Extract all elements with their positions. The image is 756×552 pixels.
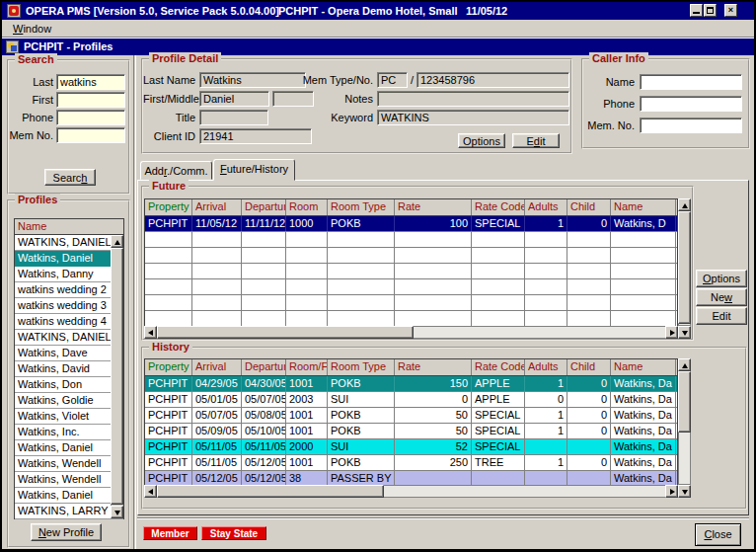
list-item[interactable]: Watkins, Violet: [15, 409, 123, 425]
caller-phone-input[interactable]: [640, 96, 742, 112]
table-row[interactable]: PCHPIT04/29/0504/30/051001POKB150APPLE10…: [145, 376, 677, 392]
column-header[interactable]: Child: [567, 199, 611, 215]
scroll-up-icon[interactable]: [111, 235, 123, 248]
caller-name-input[interactable]: [640, 74, 742, 90]
column-header[interactable]: Departure: [242, 359, 286, 375]
column-header[interactable]: Room/Fol.: [286, 359, 328, 375]
table-row[interactable]: PCHPIT05/11/0505/12/051001POKB250TREE10W…: [145, 455, 677, 471]
search-first-input[interactable]: [56, 92, 125, 108]
scroll-up-icon[interactable]: [678, 358, 691, 371]
table-cell: [395, 248, 472, 263]
scroll-thumb[interactable]: [678, 211, 691, 324]
column-header[interactable]: Rate Code: [472, 359, 525, 375]
list-item[interactable]: Watkins, Inc.: [15, 425, 123, 440]
caller-memno-input[interactable]: [640, 118, 742, 133]
future-vscrollbar[interactable]: [678, 198, 691, 326]
search-button[interactable]: Search: [44, 169, 96, 186]
detail-options-button[interactable]: Options: [458, 133, 505, 148]
tab-addr-comm[interactable]: Addr./Comm.: [140, 161, 212, 180]
table-cell: [145, 248, 192, 263]
column-header[interactable]: Child: [567, 359, 611, 375]
maximize-icon[interactable]: [704, 4, 717, 17]
table-row-empty[interactable]: [145, 311, 677, 327]
list-item[interactable]: Watkins, Daniel: [15, 440, 123, 456]
table-row-empty[interactable]: [145, 264, 677, 279]
detail-edit-button[interactable]: Edit: [512, 133, 560, 148]
column-header[interactable]: Adults: [525, 199, 567, 215]
list-item[interactable]: Watkins, Don: [15, 377, 123, 393]
scroll-left-icon[interactable]: [144, 485, 157, 498]
scroll-down-icon[interactable]: [678, 485, 691, 498]
scroll-thumb[interactable]: [111, 248, 123, 505]
table-cell: 0: [567, 455, 611, 470]
search-last-input[interactable]: watkins: [56, 74, 125, 90]
column-header[interactable]: Arrival: [192, 199, 242, 215]
side-edit-button[interactable]: Edit: [696, 307, 747, 325]
future-hscrollbar[interactable]: [144, 326, 678, 339]
list-item[interactable]: Watkins, Wendell: [15, 456, 123, 472]
scroll-right-icon[interactable]: [665, 326, 678, 339]
column-header[interactable]: Adults: [525, 359, 567, 375]
column-header[interactable]: Room Type: [328, 359, 395, 375]
list-item[interactable]: Watkins, Danny: [15, 267, 123, 282]
table-row[interactable]: PCHPIT05/01/0505/07/052003SUI0APPLE00Wat…: [145, 392, 677, 408]
table-row[interactable]: PCHPIT11/05/1211/11/121000POKB100SPECIAL…: [145, 216, 677, 232]
search-phone-input[interactable]: [56, 110, 125, 125]
column-header[interactable]: Name: [611, 359, 676, 375]
table-row[interactable]: PCHPIT05/11/0505/11/052000SUI52SPECIALWa…: [145, 439, 677, 455]
table-row-empty[interactable]: [145, 248, 677, 264]
list-item[interactable]: Watkins, Dave: [15, 346, 123, 361]
list-item[interactable]: WATKINS, LARRY: [15, 504, 123, 519]
column-header[interactable]: Rate: [395, 359, 472, 375]
list-item[interactable]: watkins wedding 2: [15, 282, 123, 298]
close-button[interactable]: Close: [695, 523, 741, 546]
profiles-name-column-header[interactable]: Name: [15, 219, 123, 235]
list-item[interactable]: watkins wedding 4: [15, 314, 123, 330]
table-row-empty[interactable]: [145, 279, 677, 295]
scroll-down-icon[interactable]: [678, 326, 691, 339]
table-row[interactable]: PCHPIT05/09/0505/10/051001POKB50SPECIAL1…: [145, 424, 677, 439]
column-header[interactable]: Room: [286, 199, 328, 215]
close-icon[interactable]: ×: [724, 4, 737, 17]
scroll-thumb[interactable]: [678, 371, 691, 433]
column-header[interactable]: Departure: [242, 199, 286, 215]
stay-state-indicator[interactable]: Stay State: [201, 526, 266, 540]
scroll-right-icon[interactable]: [665, 485, 678, 498]
member-indicator[interactable]: Member: [143, 526, 197, 540]
column-header[interactable]: Property: [145, 359, 192, 375]
list-item[interactable]: WATKINS, DANIEL: [15, 330, 123, 346]
scroll-down-icon[interactable]: [111, 506, 123, 518]
column-header[interactable]: Name: [611, 199, 676, 215]
profiles-scrollbar[interactable]: [111, 235, 123, 518]
table-row-empty[interactable]: [145, 295, 677, 311]
scroll-up-icon[interactable]: [678, 198, 691, 211]
search-memno-input[interactable]: [56, 127, 125, 143]
side-options-button[interactable]: Options: [696, 270, 747, 287]
column-header[interactable]: Room Type: [328, 199, 395, 215]
history-hscrollbar[interactable]: [144, 485, 678, 498]
list-item[interactable]: Watkins, David: [15, 361, 123, 377]
table-row-empty[interactable]: [145, 232, 677, 248]
list-item[interactable]: Watkins, Daniel: [15, 251, 123, 267]
list-item[interactable]: Watkins, Goldie: [15, 393, 123, 409]
tab-future-history[interactable]: Future/History: [213, 159, 295, 181]
column-header[interactable]: Rate Code: [472, 199, 525, 215]
history-vscrollbar[interactable]: [678, 358, 691, 485]
new-profile-button[interactable]: New Profile: [31, 523, 102, 541]
table-row[interactable]: PCHPIT05/07/0505/08/051001POKB50SPECIAL1…: [145, 408, 677, 424]
scroll-left-icon[interactable]: [144, 326, 157, 339]
menu-item-window[interactable]: Window: [9, 22, 55, 36]
table-cell: Watkins, Da: [611, 408, 676, 423]
side-new-button[interactable]: New: [696, 288, 747, 306]
column-header[interactable]: Property: [145, 199, 192, 215]
minimize-icon[interactable]: [690, 4, 703, 17]
list-item[interactable]: watkins wedding 3: [15, 298, 123, 314]
list-item[interactable]: Watkins, Wendell: [15, 472, 123, 488]
column-header[interactable]: Arrival: [192, 359, 242, 375]
list-item[interactable]: WATKINS, DANIEL: [15, 235, 123, 251]
scroll-thumb[interactable]: [157, 326, 414, 339]
table-cell: TREE: [472, 455, 525, 470]
list-item[interactable]: Watkins, Daniel: [15, 488, 123, 504]
scroll-thumb[interactable]: [157, 485, 384, 498]
column-header[interactable]: Rate: [395, 199, 472, 215]
